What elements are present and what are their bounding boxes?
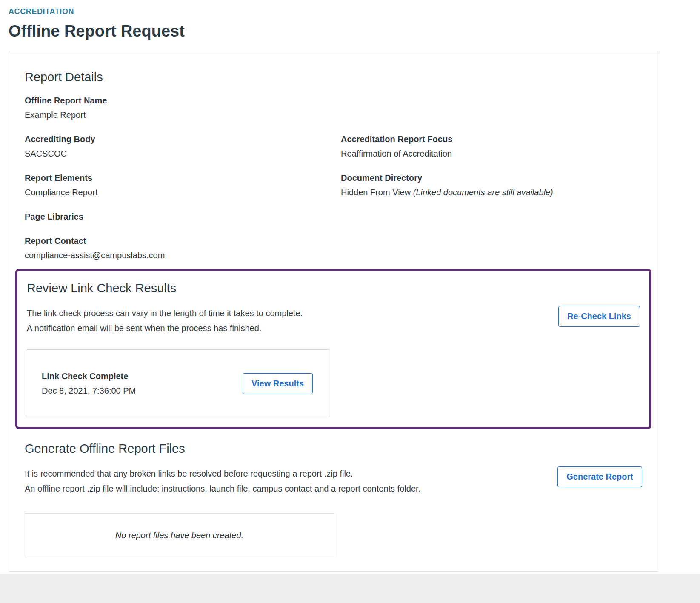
page-libraries-label: Page Libraries [25,211,642,223]
generate-report-button[interactable]: Generate Report [557,466,642,487]
link-check-status-box: Link Check Complete Dec 8, 2021, 7:36:00… [27,349,329,417]
field-report-elements: Report Elements Compliance Report [25,172,341,198]
accrediting-body-label: Accrediting Body [25,134,341,145]
link-check-description: The link check process can vary in the l… [27,306,303,336]
link-check-section: Review Link Check Results The link check… [27,280,640,417]
link-check-status-timestamp: Dec 8, 2021, 7:36:00 PM [42,385,136,397]
report-contact-label: Report Contact [25,235,642,247]
accrediting-body-value: SACSCOC [25,148,341,160]
report-elements-value: Compliance Report [25,187,341,198]
link-check-header-row: The link check process can vary in the l… [27,306,640,336]
offline-report-name-label: Offline Report Name [25,95,642,106]
generate-description-line1: It is recommended that any broken links … [25,466,420,481]
field-page-libraries: Page Libraries [25,211,642,223]
page-title: Offline Report Request [9,20,691,42]
document-directory-value-text: Hidden From View [341,188,411,197]
breadcrumb: ACCREDITATION [9,6,691,17]
generate-report-header-row: It is recommended that any broken links … [25,466,642,496]
document-directory-label: Document Directory [341,172,642,184]
generate-report-section: Generate Offline Report Files It is reco… [25,441,642,557]
field-accreditation-report-focus: Accreditation Report Focus Reaffirmation… [341,134,642,172]
accreditation-report-focus-label: Accreditation Report Focus [341,134,642,145]
link-check-heading: Review Link Check Results [27,280,640,296]
field-row: Accrediting Body SACSCOC Accreditation R… [25,134,642,172]
report-files-empty-text: No report files have been created. [115,531,243,540]
generate-report-description: It is recommended that any broken links … [25,466,420,496]
link-check-description-line2: A notification email will be sent when t… [27,321,303,336]
generate-description-line2: An offline report .zip file will include… [25,481,420,496]
report-details-heading: Report Details [25,69,642,85]
page: ACCREDITATION Offline Report Request Rep… [0,0,700,574]
document-directory-note: (Linked documents are still available) [413,188,553,197]
report-details-section: Report Details Offline Report Name Examp… [25,69,642,261]
view-results-button[interactable]: View Results [243,373,313,394]
field-row: Report Elements Compliance Report Docume… [25,172,642,211]
generate-report-heading: Generate Offline Report Files [25,441,642,456]
report-contact-value: compliance-assist@campuslabs.com [25,250,642,261]
link-check-description-line1: The link check process can vary in the l… [27,306,303,321]
offline-report-name-value: Example Report [25,109,642,121]
report-elements-label: Report Elements [25,172,341,184]
field-accrediting-body: Accrediting Body SACSCOC [25,134,341,160]
link-check-status-title: Link Check Complete [42,371,136,382]
report-files-empty-state: No report files have been created. [25,513,334,557]
link-check-status-text: Link Check Complete Dec 8, 2021, 7:36:00… [42,371,136,397]
page-header: ACCREDITATION Offline Report Request [9,6,691,42]
document-directory-value: Hidden From View (Linked documents are s… [341,187,642,198]
field-offline-report-name: Offline Report Name Example Report [25,95,642,121]
recheck-links-button[interactable]: Re-Check Links [558,306,640,327]
field-document-directory: Document Directory Hidden From View (Lin… [341,172,642,211]
accreditation-report-focus-value: Reaffirmation of Accreditation [341,148,642,160]
report-request-card: Report Details Offline Report Name Examp… [9,52,658,572]
annotation-highlight: Review Link Check Results The link check… [15,269,651,429]
field-report-contact: Report Contact compliance-assist@campusl… [25,235,642,261]
